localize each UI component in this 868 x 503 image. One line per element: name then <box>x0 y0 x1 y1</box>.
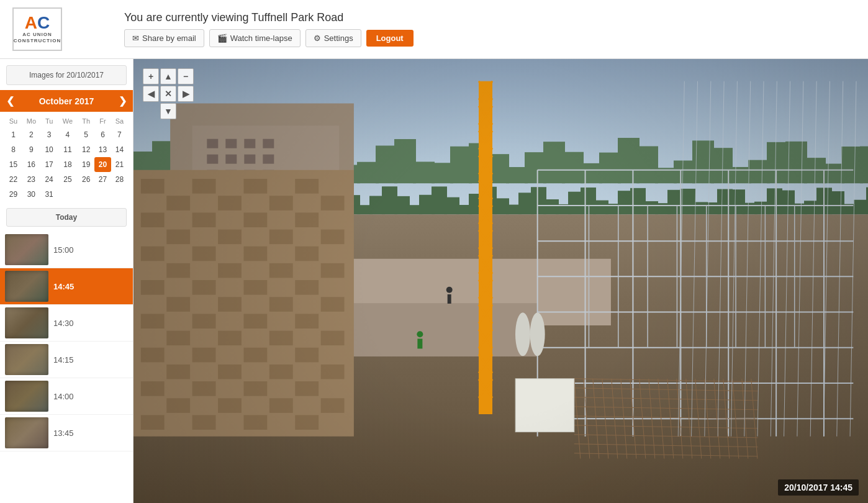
share-email-label: Share by email <box>142 34 196 43</box>
thumbnail-image <box>5 307 48 338</box>
thumbnail-list: 15:0014:4514:3014:1514:0013:45 <box>0 232 133 451</box>
timestamp-overlay: 20/10/2017 14:45 <box>778 479 859 496</box>
thumbnail-time: 14:30 <box>53 319 74 328</box>
calendar-day[interactable]: 12 <box>78 142 94 157</box>
construction-image <box>133 59 868 503</box>
calendar-header: ❮ October 2017 ❯ <box>0 90 133 112</box>
calendar-day[interactable]: 2 <box>22 127 41 142</box>
today-button[interactable]: Today <box>6 208 127 227</box>
site-title: You are currently viewing Tuffnell Park … <box>124 11 414 24</box>
calendar-day[interactable]: 18 <box>58 157 78 172</box>
pan-up-button[interactable]: ▲ <box>160 68 176 84</box>
calendar-day[interactable]: 19 <box>78 157 94 172</box>
thumbnail-image <box>5 234 48 265</box>
pan-left-button[interactable]: ◀ <box>143 86 159 102</box>
calendar-month-year: October 2017 <box>39 96 94 106</box>
calendar-day[interactable]: 4 <box>58 127 78 142</box>
watch-timelapse-button[interactable]: 🎬 Watch time-lapse <box>209 29 301 47</box>
calendar-day[interactable]: 15 <box>5 157 22 172</box>
watch-timelapse-label: Watch time-lapse <box>230 34 292 43</box>
thumbnail-image <box>5 344 48 375</box>
calendar-grid: Su Mo Tu We Th Fr Sa 1234567891011121314… <box>0 112 133 205</box>
header-buttons: ✉ Share by email 🎬 Watch time-lapse ⚙ Se… <box>124 29 414 47</box>
calendar-day[interactable]: 8 <box>5 142 22 157</box>
calendar-day[interactable]: 13 <box>94 142 111 157</box>
pan-row: ◀ ✕ ▶ <box>143 86 194 102</box>
zoom-out-button[interactable]: − <box>178 68 194 84</box>
calendar-day[interactable]: 23 <box>22 172 41 187</box>
thumbnail-image <box>5 381 48 412</box>
video-icon: 🎬 <box>217 34 227 43</box>
thumbnail-time: 13:45 <box>53 428 74 438</box>
calendar-day <box>111 187 128 202</box>
zoom-row: + ▲ − <box>143 68 194 84</box>
calendar-day[interactable]: 24 <box>41 172 58 187</box>
calendar-day[interactable]: 28 <box>111 172 128 187</box>
calendar-day[interactable]: 14 <box>111 142 128 157</box>
header: AC AC UNION CONSTRUCTION You are current… <box>0 0 868 59</box>
logo-box: AC AC UNION CONSTRUCTION <box>12 7 62 51</box>
main-layout: Images for 20/10/2017 ❮ October 2017 ❯ S… <box>0 59 868 503</box>
calendar-day[interactable]: 1 <box>5 127 22 142</box>
images-for-button[interactable]: Images for 20/10/2017 <box>6 65 127 85</box>
calendar-day[interactable]: 6 <box>94 127 111 142</box>
settings-label: Settings <box>324 34 353 43</box>
calendar-day <box>58 187 78 202</box>
calendar-day[interactable]: 31 <box>41 187 58 202</box>
calendar-day[interactable]: 29 <box>5 187 22 202</box>
zoom-in-button[interactable]: + <box>143 68 159 84</box>
calendar-prev-button[interactable]: ❮ <box>6 95 14 107</box>
thumbnail-image <box>5 271 48 302</box>
calendar-next-button[interactable]: ❯ <box>119 95 127 107</box>
calendar-day[interactable]: 27 <box>94 172 111 187</box>
calendar-body: 1234567891011121314151617181920212223242… <box>5 127 128 202</box>
pan-down-button[interactable]: ▼ <box>160 103 176 119</box>
thumbnail-item[interactable]: 15:00 <box>0 232 133 268</box>
thumbnail-item[interactable]: 14:45 <box>0 268 133 305</box>
calendar-day[interactable]: 26 <box>78 172 94 187</box>
calendar-day[interactable]: 21 <box>111 157 128 172</box>
calendar-day[interactable]: 16 <box>22 157 41 172</box>
calendar-day[interactable]: 10 <box>41 142 58 157</box>
calendar-day[interactable]: 5 <box>78 127 94 142</box>
thumbnail-item[interactable]: 14:30 <box>0 305 133 342</box>
calendar-day[interactable]: 30 <box>22 187 41 202</box>
header-right: You are currently viewing Tuffnell Park … <box>124 11 414 47</box>
logo-ac: AC <box>25 14 50 32</box>
calendar-day[interactable]: 22 <box>5 172 22 187</box>
calendar-day[interactable]: 3 <box>41 127 58 142</box>
pan-right-button[interactable]: ▶ <box>178 86 194 102</box>
image-area: + ▲ − ◀ ✕ ▶ ▼ 20/10/2017 14:45 <box>133 59 868 503</box>
thumbnail-item[interactable]: 14:15 <box>0 342 133 378</box>
calendar-day[interactable]: 17 <box>41 157 58 172</box>
thumbnail-time: 14:45 <box>53 282 74 291</box>
share-email-button[interactable]: ✉ Share by email <box>124 29 204 47</box>
settings-button[interactable]: ⚙ Settings <box>305 29 361 47</box>
calendar-day <box>94 187 111 202</box>
logo-c-letter: C <box>37 13 50 32</box>
logo-text: AC UNION CONSTRUCTION <box>14 32 61 43</box>
thumbnail-time: 14:15 <box>53 355 74 365</box>
calendar-day[interactable]: 25 <box>58 172 78 187</box>
cal-day-mo: Mo <box>22 115 41 127</box>
thumbnail-time: 14:00 <box>53 392 74 401</box>
thumbnail-time: 15:00 <box>53 245 74 255</box>
sidebar: Images for 20/10/2017 ❮ October 2017 ❯ S… <box>0 59 133 503</box>
calendar-day[interactable]: 20 <box>94 157 111 172</box>
cal-day-su: Su <box>5 115 22 127</box>
logo-area: AC AC UNION CONSTRUCTION <box>12 7 112 51</box>
down-row: ▼ <box>143 103 194 119</box>
thumbnail-item[interactable]: 14:00 <box>0 378 133 415</box>
cal-day-sa: Sa <box>111 115 128 127</box>
thumbnail-item[interactable]: 13:45 <box>0 415 133 451</box>
calendar-day <box>78 187 94 202</box>
map-controls: + ▲ − ◀ ✕ ▶ ▼ <box>143 68 194 119</box>
cal-day-tu: Tu <box>41 115 58 127</box>
envelope-icon: ✉ <box>132 34 139 43</box>
calendar-day[interactable]: 7 <box>111 127 128 142</box>
logout-button[interactable]: Logout <box>366 30 414 47</box>
reset-button[interactable]: ✕ <box>160 86 176 102</box>
gear-icon: ⚙ <box>314 34 321 43</box>
calendar-day[interactable]: 9 <box>22 142 41 157</box>
calendar-day[interactable]: 11 <box>58 142 78 157</box>
